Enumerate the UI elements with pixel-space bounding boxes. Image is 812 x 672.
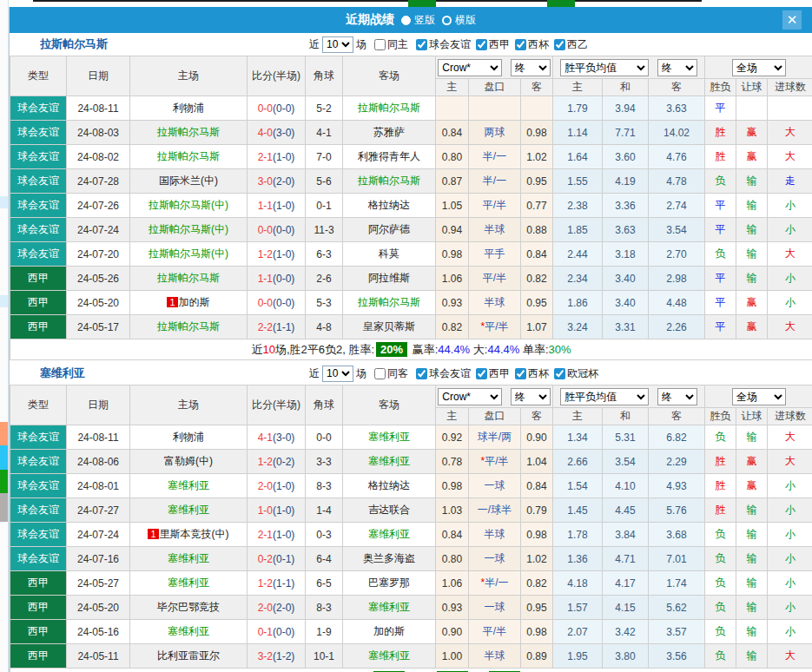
recent-games-select[interactable]: 10: [322, 36, 353, 53]
avg-home-odds: 1.14: [553, 121, 603, 145]
match-score: 2-1(1-0): [248, 523, 306, 547]
avg-stage-select[interactable]: 终: [657, 388, 697, 405]
match-type-badge: 西甲: [10, 620, 67, 644]
handicap-result: 输: [736, 218, 768, 242]
league-checkbox[interactable]: [476, 39, 487, 50]
handicap-result: 输: [736, 644, 768, 669]
same-side-checkbox[interactable]: [374, 368, 386, 379]
horizontal-layout-radio[interactable]: [442, 16, 452, 25]
recent-games-select[interactable]: 10: [322, 366, 353, 382]
away-team: 塞维利亚: [343, 523, 436, 547]
league-checkbox[interactable]: [515, 39, 526, 50]
result-outcome: 胜: [705, 121, 736, 145]
match-date: 24-07-16: [67, 547, 130, 571]
away-team: 利雅得青年人: [343, 145, 436, 169]
crow-home-odds: 1.06: [436, 571, 469, 596]
crow-away-odds: 0.95: [521, 596, 553, 620]
avg-away-odds: 3.54: [649, 218, 705, 242]
corner-score: 5-2: [306, 96, 343, 121]
result-outcome: 负: [705, 596, 736, 620]
near-label: 近: [309, 37, 320, 52]
team-name: 拉斯帕尔马斯: [10, 36, 309, 52]
match-row: 球会友谊24-08-11利物浦4-1(3-0)0-0塞维利亚0.92球半/两0.…: [10, 425, 812, 450]
col-corner: 角球: [306, 385, 343, 425]
match-date: 24-08-01: [67, 474, 130, 498]
summary-segment: 赢率:: [409, 343, 438, 356]
goals-result: [768, 96, 812, 121]
corner-score: 6-4: [306, 547, 343, 571]
subcol-avg-home: 主: [553, 408, 603, 425]
away-team: 奥兰多海盗: [343, 547, 436, 571]
match-row: 球会友谊24-08-01塞维利亚2-0(1-0)8-3格拉纳达0.98一球0.8…: [10, 474, 812, 498]
close-button[interactable]: ✕: [782, 10, 802, 30]
home-team: 塞维利亚: [130, 474, 248, 498]
match-type-badge: 球会友谊: [10, 474, 67, 498]
record-summary: 近10场,胜3平0负7, 胜率:30% 赢率:20% 大:30% 单率:70%: [10, 669, 812, 672]
match-score: 0-1(0-0): [248, 620, 306, 644]
avg-odds-select[interactable]: 胜平负均值: [560, 388, 649, 405]
summary-segment: 30%: [549, 343, 571, 356]
subcol-handicap: 盘口: [469, 79, 521, 96]
background-fragment: [547, 0, 575, 7]
avg-draw-odds: 3.40: [603, 267, 649, 291]
handicap-line: 平手: [469, 242, 521, 267]
match-date: 24-05-27: [67, 571, 130, 596]
handicap-line: 平/半: [469, 267, 521, 291]
avg-away-odds: 14.02: [649, 121, 705, 145]
match-type-badge: 球会友谊: [10, 547, 67, 571]
crow-home-odds: 0.82: [436, 315, 469, 339]
league-checkbox[interactable]: [476, 368, 487, 379]
avg-draw-odds: 4.17: [603, 571, 649, 596]
avg-odds-select[interactable]: 胜平负均值: [560, 59, 649, 76]
summary-segment: 44.4%: [438, 343, 470, 356]
avg-draw-odds: 3.40: [603, 291, 649, 315]
match-score: 4-1(3-0): [248, 425, 306, 450]
league-checkbox[interactable]: [554, 39, 565, 50]
match-type-badge: 球会友谊: [10, 523, 67, 547]
handicap-line: 半/一: [469, 145, 521, 169]
bookmaker-select[interactable]: Crow*: [438, 59, 502, 76]
avg-stage-select[interactable]: 终: [657, 59, 697, 76]
same-side-checkbox[interactable]: [374, 39, 386, 50]
handicap-line: 半球: [469, 644, 521, 669]
league-label: 西杯: [528, 37, 549, 52]
league-checkbox[interactable]: [416, 368, 427, 379]
home-team: 塞维利亚: [130, 498, 248, 523]
period-select[interactable]: 全场: [732, 388, 786, 405]
home-team: 拉斯帕尔马斯: [130, 121, 248, 145]
odds-stage-select[interactable]: 终: [511, 59, 551, 76]
handicap-line: 平/半: [469, 620, 521, 644]
vertical-layout-radio[interactable]: [401, 16, 411, 25]
subcol-goals: 进球数: [768, 408, 812, 425]
match-row: 西甲24-05-27塞维利亚1-2(1-1)6-5巴塞罗那1.06*半/一0.8…: [10, 571, 812, 596]
goals-result: 小: [768, 498, 812, 523]
handicap-result: 输: [736, 194, 768, 218]
match-type-badge: 西甲: [10, 315, 67, 339]
col-corner: 角球: [306, 56, 343, 96]
match-score: 1-2(1-1): [248, 571, 306, 596]
bookmaker-select[interactable]: Crow*: [438, 388, 502, 405]
handicap-result: 赢: [736, 450, 768, 474]
crow-away-odds: 0.95: [521, 169, 553, 194]
goals-result: 大: [768, 121, 812, 145]
league-checkbox[interactable]: [416, 39, 427, 50]
handicap-result: 赢: [736, 121, 768, 145]
league-checkbox[interactable]: [515, 368, 526, 379]
avg-home-odds: 2.66: [553, 450, 603, 474]
avg-home-odds: 1.36: [553, 547, 603, 571]
subcol-handicap-result: 让球: [736, 79, 768, 96]
away-team: 苏雅萨: [343, 121, 436, 145]
crow-away-odds: 0.90: [521, 425, 553, 450]
home-team: 1里斯本竞技(中): [130, 523, 248, 547]
avg-home-odds: 1.95: [553, 644, 603, 669]
away-team: 拉斯帕尔马斯: [343, 169, 436, 194]
match-row: 西甲24-05-17拉斯帕尔马斯2-2(1-1)4-8皇家贝蒂斯0.82*平/半…: [10, 315, 812, 339]
subcol-avg-home: 主: [553, 79, 603, 96]
league-checkbox[interactable]: [554, 368, 565, 379]
match-row: 球会友谊24-08-06富勒姆(中)1-2(0-2)3-3塞维利亚0.78*平/…: [10, 450, 812, 474]
crow-home-odds: 0.93: [436, 596, 469, 620]
odds-stage-select[interactable]: 终: [511, 388, 551, 405]
match-row: 西甲24-05-16塞维利亚0-1(0-0)1-9加的斯0.90平/半0.982…: [10, 620, 812, 644]
corner-score: 1-4: [306, 498, 343, 523]
period-select[interactable]: 全场: [732, 59, 786, 76]
